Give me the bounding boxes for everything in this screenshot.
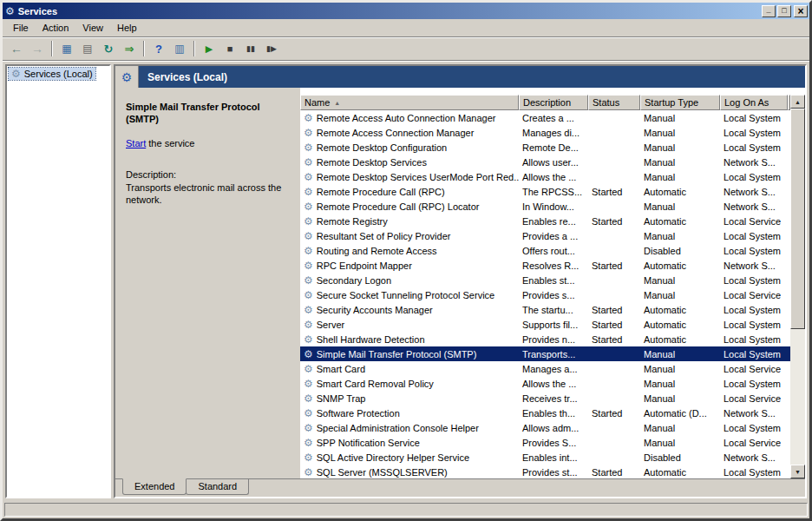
table-row[interactable]: ⚙Remote Procedure Call (RPC) LocatorIn W… <box>300 199 790 214</box>
stop-service-button[interactable]: ■ <box>219 39 240 58</box>
tab-extended[interactable]: Extended <box>122 478 187 495</box>
service-name-cell: ⚙Remote Desktop Services UserMode Port R… <box>300 172 519 182</box>
column-header-status[interactable]: Status <box>588 95 640 110</box>
description-cell: Transports... <box>519 349 588 359</box>
column-header-label: Description <box>523 97 571 108</box>
status-cell: Started <box>588 260 640 271</box>
column-header-log-on-as[interactable]: Log On As <box>720 95 788 110</box>
restart-service-button[interactable]: ▮▶ <box>261 39 282 58</box>
start-service-button[interactable]: ▶ <box>199 39 219 58</box>
refresh-button[interactable]: ↻ <box>98 39 119 58</box>
show-action-pane-button[interactable]: ▥ <box>169 39 190 58</box>
column-header-startup-type[interactable]: Startup Type <box>640 95 720 110</box>
table-row[interactable]: ⚙Resultant Set of Policy ProviderProvide… <box>300 228 790 243</box>
statusbar <box>3 501 809 518</box>
table-row[interactable]: ⚙Routing and Remote AccessOffers rout...… <box>300 243 790 258</box>
maximize-button[interactable]: □ <box>777 5 791 17</box>
sort-ascending-icon: ▲ <box>334 100 340 106</box>
status-panel <box>4 503 808 517</box>
banner: ⚙ Services (Local) <box>115 66 805 88</box>
description-cell: Allows the ... <box>519 172 588 182</box>
scroll-up-button[interactable]: ▲ <box>790 95 805 109</box>
table-row[interactable]: ⚙Remote Desktop ServicesAllows user...Ma… <box>300 155 790 169</box>
export-list-button[interactable]: ⇒ <box>119 39 140 58</box>
table-row[interactable]: ⚙Remote Desktop ConfigurationRemote De..… <box>300 140 790 155</box>
vertical-scrollbar[interactable]: ▲ ▼ <box>790 95 805 478</box>
close-button[interactable]: × <box>794 5 808 17</box>
scrollbar-track[interactable] <box>790 109 805 465</box>
service-name-cell: ⚙Secondary Logon <box>300 275 519 286</box>
menu-view[interactable]: View <box>75 20 110 36</box>
scrollbar-thumb[interactable] <box>790 109 805 329</box>
table-row[interactable]: ⚙Smart CardManages a...ManualLocal Servi… <box>300 361 790 376</box>
start-service-link[interactable]: Start <box>126 138 146 148</box>
table-row[interactable]: ⚙Secondary LogonEnables st...ManualLocal… <box>300 273 790 287</box>
table-row[interactable]: ⚙Remote Access Auto Connection ManagerCr… <box>300 110 790 125</box>
table-row[interactable]: ⚙Remote Desktop Services UserMode Port R… <box>300 169 790 184</box>
table-row[interactable]: ⚙ServerSupports fil...StartedAutomaticLo… <box>300 317 790 332</box>
logon-as-cell: Network S... <box>720 452 788 463</box>
description-cell: Provides st... <box>519 467 588 478</box>
properties-button[interactable]: ▤ <box>77 39 98 58</box>
table-row[interactable]: ⚙Simple Mail Transfer Protocol (SMTP)Tra… <box>300 346 790 361</box>
service-gear-icon: ⚙ <box>304 320 313 330</box>
table-row[interactable]: ⚙Smart Card Removal PolicyAllows the ...… <box>300 376 790 391</box>
service-gear-icon: ⚙ <box>304 113 313 123</box>
service-gear-icon: ⚙ <box>304 438 313 448</box>
service-name-label: Special Administration Console Helper <box>317 423 479 433</box>
logon-as-cell: Local System <box>720 246 788 256</box>
service-gear-icon: ⚙ <box>304 334 313 345</box>
table-row[interactable]: ⚙Security Accounts ManagerThe startu...S… <box>300 302 790 317</box>
service-name-cell: ⚙Remote Desktop Configuration <box>300 142 519 153</box>
startup-type-cell: Manual <box>640 157 720 168</box>
tree-item-services-local[interactable]: ⚙ Services (Local) <box>9 68 95 80</box>
column-header-description[interactable]: Description <box>519 95 588 110</box>
table-row[interactable]: ⚙Remote Access Connection ManagerManages… <box>300 125 790 140</box>
table-row[interactable]: ⚙SQL Server (MSSQLSERVER)Provides st...S… <box>300 465 790 478</box>
scroll-down-button[interactable]: ▼ <box>790 465 805 478</box>
toolbar-separator <box>143 41 145 56</box>
service-name-cell: ⚙Resultant Set of Policy Provider <box>300 231 519 241</box>
service-gear-icon: ⚙ <box>304 305 313 315</box>
service-name-label: Secure Socket Tunneling Protocol Service <box>317 290 494 300</box>
menu-action[interactable]: Action <box>36 20 76 36</box>
table-row[interactable]: ⚙Shell Hardware DetectionProvides n...St… <box>300 332 790 346</box>
menu-file[interactable]: File <box>6 20 36 36</box>
service-gear-icon: ⚙ <box>304 467 313 478</box>
titlebar[interactable]: ⚙ Services _ □ × <box>3 3 809 19</box>
column-header-name[interactable]: Name▲ <box>300 95 519 110</box>
table-row[interactable]: ⚙Remote RegistryEnables re...StartedAuto… <box>300 214 790 228</box>
services-gear-icon: ⚙ <box>11 69 21 79</box>
table-row[interactable]: ⚙SPP Notification ServiceProvides S...Ma… <box>300 435 790 450</box>
description-cell: Remote De... <box>519 142 588 153</box>
back-button[interactable]: ← <box>6 39 27 58</box>
startup-type-cell: Manual <box>640 349 720 359</box>
show-console-tree-button[interactable]: ▦ <box>56 39 77 58</box>
table-row[interactable]: ⚙SNMP TrapReceives tr...ManualLocal Serv… <box>300 391 790 406</box>
menu-help[interactable]: Help <box>110 20 144 36</box>
table-row[interactable]: ⚙Secure Socket Tunneling Protocol Servic… <box>300 287 790 302</box>
service-table-body: ⚙Remote Access Auto Connection ManagerCr… <box>300 110 790 478</box>
startup-type-cell: Manual <box>640 379 720 389</box>
column-header-label: Status <box>593 97 619 108</box>
service-name-label: Remote Procedure Call (RPC) <box>317 187 445 197</box>
tab-standard[interactable]: Standard <box>186 479 249 495</box>
service-name-label: Remote Desktop Services <box>317 157 427 168</box>
service-name-label: Remote Access Auto Connection Manager <box>317 113 496 123</box>
table-row[interactable]: ⚙Software ProtectionEnables th...Started… <box>300 406 790 420</box>
forward-button[interactable]: → <box>27 39 48 58</box>
help-button[interactable]: ? <box>148 39 169 58</box>
service-gear-icon: ⚙ <box>304 349 313 359</box>
refresh-icon: ↻ <box>104 43 114 55</box>
service-name-label: SPP Notification Service <box>317 438 420 448</box>
table-row[interactable]: ⚙RPC Endpoint MapperResolves R...Started… <box>300 258 790 273</box>
table-row[interactable]: ⚙Special Administration Console HelperAl… <box>300 420 790 435</box>
pause-service-button[interactable]: ▮▮ <box>240 39 261 58</box>
table-row[interactable]: ⚙SQL Active Directory Helper ServiceEnab… <box>300 450 790 465</box>
service-name-label: Resultant Set of Policy Provider <box>317 231 451 241</box>
service-name-cell: ⚙Server <box>300 320 519 330</box>
service-gear-icon: ⚙ <box>304 231 313 241</box>
table-row[interactable]: ⚙Remote Procedure Call (RPC)The RPCSS...… <box>300 184 790 199</box>
minimize-button[interactable]: _ <box>762 5 776 17</box>
startup-type-cell: Disabled <box>640 246 720 256</box>
